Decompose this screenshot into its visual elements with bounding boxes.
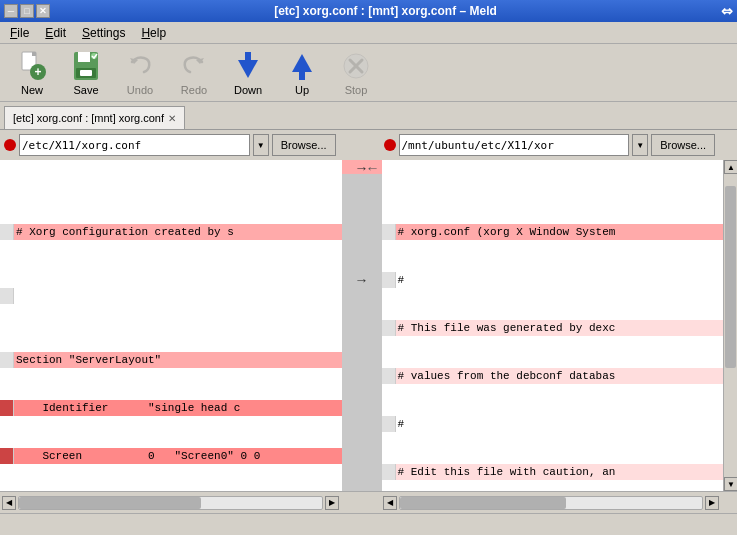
right-browse-button[interactable]: Browse... bbox=[651, 134, 715, 156]
stop-label: Stop bbox=[345, 84, 368, 96]
right-scroll-right[interactable]: ▶ bbox=[705, 496, 719, 510]
down-icon bbox=[232, 50, 264, 82]
stop-button[interactable]: Stop bbox=[330, 48, 382, 98]
left-text-3: Section "ServerLayout" bbox=[14, 352, 342, 368]
svg-rect-7 bbox=[80, 70, 92, 76]
right-text-2: # bbox=[396, 272, 724, 288]
left-gutter-2 bbox=[0, 288, 14, 304]
left-gutter-3 bbox=[0, 352, 14, 368]
tabbar: [etc] xorg.conf : [mnt] xorg.conf ✕ bbox=[0, 102, 737, 130]
left-diff-content[interactable]: # Xorg configuration created by s Sectio… bbox=[0, 160, 342, 491]
right-text-4: # values from the debconf databas bbox=[396, 368, 724, 384]
right-line-3: # This file was generated by dexc bbox=[382, 320, 724, 336]
up-button[interactable]: Up bbox=[276, 48, 328, 98]
scrollbar-up-arrow[interactable]: ▲ bbox=[724, 160, 737, 174]
svg-rect-1 bbox=[32, 52, 36, 56]
left-path-value: /etc/X11/xorg.conf bbox=[22, 139, 141, 152]
down-button[interactable]: Down bbox=[222, 48, 274, 98]
svg-rect-5 bbox=[78, 52, 90, 62]
left-scroll-right[interactable]: ▶ bbox=[325, 496, 339, 510]
left-gutter-1 bbox=[0, 224, 14, 240]
right-gutter-6 bbox=[382, 464, 396, 480]
maximize-button[interactable]: □ bbox=[20, 4, 34, 18]
tab-close-button[interactable]: ✕ bbox=[168, 113, 176, 124]
left-path-input[interactable]: /etc/X11/xorg.conf bbox=[19, 134, 250, 156]
menu-help[interactable]: Help bbox=[135, 24, 172, 42]
right-line-4: # values from the debconf databas bbox=[382, 368, 724, 384]
left-hscrollbar[interactable] bbox=[18, 496, 323, 510]
left-arrow-1[interactable]: ← bbox=[366, 160, 380, 176]
new-button[interactable]: + New bbox=[6, 48, 58, 98]
left-text-4: Identifier "single head c bbox=[14, 400, 342, 416]
left-filepath-section: /etc/X11/xorg.conf ▼ Browse... bbox=[4, 134, 336, 156]
save-icon bbox=[70, 50, 102, 82]
left-browse-button[interactable]: Browse... bbox=[272, 134, 336, 156]
right-diff-content[interactable]: # xorg.conf (xorg X Window System # # Th… bbox=[382, 160, 724, 491]
svg-rect-12 bbox=[245, 52, 251, 62]
scrollbar-thumb[interactable] bbox=[725, 186, 736, 368]
menu-edit[interactable]: Edit bbox=[39, 24, 72, 42]
left-gutter-5 bbox=[0, 448, 14, 464]
redo-icon bbox=[178, 50, 210, 82]
left-status-dot bbox=[4, 139, 16, 151]
right-gutter-2 bbox=[382, 272, 396, 288]
right-diff-panel: # xorg.conf (xorg X Window System # # Th… bbox=[382, 160, 724, 491]
right-path-input[interactable]: /mnt/ubuntu/etc/X11/xor bbox=[399, 134, 630, 156]
left-line-5: Screen 0 "Screen0" 0 0 bbox=[0, 448, 342, 464]
right-line-6: # Edit this file with caution, an bbox=[382, 464, 724, 480]
right-line-1: # xorg.conf (xorg X Window System bbox=[382, 224, 724, 240]
left-gutter-4 bbox=[0, 400, 14, 416]
right-path-value: /mnt/ubuntu/etc/X11/xor bbox=[402, 139, 554, 152]
left-hscroll-thumb[interactable] bbox=[19, 497, 201, 509]
left-line-4: Identifier "single head c bbox=[0, 400, 342, 416]
app-icon: ⇔ bbox=[721, 3, 737, 19]
minimize-button[interactable]: ─ bbox=[4, 4, 18, 18]
close-button[interactable]: ✕ bbox=[36, 4, 50, 18]
right-scroll-left[interactable]: ◀ bbox=[383, 496, 397, 510]
right-gutter-3 bbox=[382, 320, 396, 336]
undo-label: Undo bbox=[127, 84, 153, 96]
right-text-1: # xorg.conf (xorg X Window System bbox=[396, 224, 724, 240]
svg-text:+: + bbox=[34, 65, 41, 79]
left-line-3: Section "ServerLayout" bbox=[0, 352, 342, 368]
redo-button[interactable]: Redo bbox=[168, 48, 220, 98]
scrollbar-down-arrow[interactable]: ▼ bbox=[724, 477, 737, 491]
right-scrollbar[interactable]: ▲ ▼ bbox=[723, 160, 737, 491]
right-text-6: # Edit this file with caution, an bbox=[396, 464, 724, 480]
left-text-1: # Xorg configuration created by s bbox=[14, 224, 342, 240]
right-hscroll-thumb[interactable] bbox=[400, 497, 566, 509]
right-text-3: # This file was generated by dexc bbox=[396, 320, 724, 336]
left-text-2 bbox=[14, 288, 342, 304]
main-content: /etc/X11/xorg.conf ▼ Browse... /mnt/ubun… bbox=[0, 130, 737, 513]
left-path-dropdown[interactable]: ▼ bbox=[253, 134, 269, 156]
toolbar: + New Save Undo bbox=[0, 44, 737, 102]
right-arrow-2[interactable]: → bbox=[342, 272, 382, 288]
left-text-5: Screen 0 "Screen0" 0 0 bbox=[14, 448, 342, 464]
new-icon: + bbox=[16, 50, 48, 82]
save-button[interactable]: Save bbox=[60, 48, 112, 98]
menu-settings[interactable]: Settings bbox=[76, 24, 131, 42]
stop-icon bbox=[340, 50, 372, 82]
menubar: File Edit Settings Help bbox=[0, 22, 737, 44]
down-label: Down bbox=[234, 84, 262, 96]
left-scroll-left[interactable]: ◀ bbox=[2, 496, 16, 510]
right-text-5: # bbox=[396, 416, 724, 432]
connector-canvas: → ← → bbox=[342, 160, 382, 491]
right-gutter-4 bbox=[382, 368, 396, 384]
undo-button[interactable]: Undo bbox=[114, 48, 166, 98]
right-path-dropdown[interactable]: ▼ bbox=[632, 134, 648, 156]
right-filepath-section: /mnt/ubuntu/etc/X11/xor ▼ Browse... bbox=[384, 134, 716, 156]
right-status-dot bbox=[384, 139, 396, 151]
tab-label: [etc] xorg.conf : [mnt] xorg.conf bbox=[13, 112, 164, 124]
right-gutter-1 bbox=[382, 224, 396, 240]
right-gutter-5 bbox=[382, 416, 396, 432]
window-title: [etc] xorg.conf : [mnt] xorg.conf – Meld bbox=[50, 4, 721, 18]
menu-file[interactable]: File bbox=[4, 24, 35, 42]
filepath-row: /etc/X11/xorg.conf ▼ Browse... /mnt/ubun… bbox=[0, 130, 737, 160]
diff-tab[interactable]: [etc] xorg.conf : [mnt] xorg.conf ✕ bbox=[4, 106, 185, 129]
titlebar-controls[interactable]: ─ □ ✕ bbox=[0, 4, 50, 18]
svg-marker-11 bbox=[238, 60, 258, 78]
scrollbar-track bbox=[724, 174, 737, 477]
undo-icon bbox=[124, 50, 156, 82]
right-hscrollbar[interactable] bbox=[399, 496, 704, 510]
